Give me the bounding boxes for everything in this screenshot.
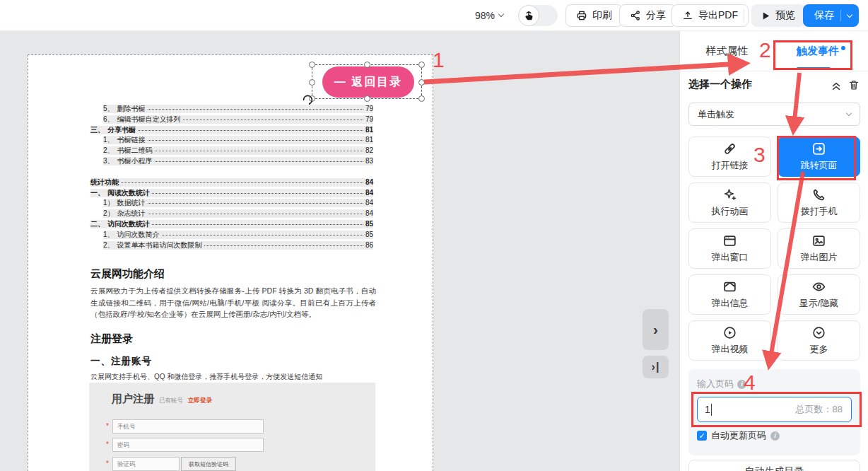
- toc-row: 5、删除书橱79: [103, 105, 373, 113]
- properties-panel: 样式属性 触发事件 选择一个操作 单击触发 打开链接 跳转页面: [679, 31, 868, 471]
- active-tab-underline: [797, 67, 831, 69]
- share-icon: [630, 10, 641, 21]
- action-section-title: 选择一个操作: [688, 78, 752, 91]
- collapse-icon[interactable]: [830, 78, 843, 91]
- link-icon: [722, 141, 737, 156]
- login-now-link: 立即登录: [188, 397, 212, 405]
- trash-icon[interactable]: [848, 78, 860, 91]
- action-call-phone[interactable]: 拨打手机: [778, 182, 860, 223]
- auto-generate-toc-button[interactable]: 自动生成目录: [688, 460, 860, 471]
- toc-row: 1、访问次数简介85: [103, 231, 373, 239]
- popup-message-icon: [722, 279, 737, 294]
- resize-handle[interactable]: [309, 62, 315, 68]
- register-note: 云展网支持手机号、QQ 和微信登录，推荐手机号登录，方便发送短信通知: [90, 372, 322, 382]
- toc-row: 2）杂志统计84: [103, 209, 373, 218]
- get-sms-code-button: 获取短信验证码: [181, 457, 236, 471]
- toc-row: 一、阅读次数统计84: [90, 189, 373, 197]
- document-page: — 返回目录 5、删除书橱79 6、编辑书橱自定义排列79 三、分享书橱81 1…: [28, 54, 433, 471]
- registration-title-row: 用户注册 已有账号 立即登录: [112, 392, 212, 406]
- more-chevron-circle-icon: [811, 325, 826, 340]
- resize-handle[interactable]: [418, 79, 425, 86]
- action-popup-image[interactable]: 弹出图片: [778, 228, 860, 269]
- registration-title: 用户注册: [112, 392, 154, 406]
- intro-paragraph: 云展网致力于为上传者提供文档转换存储服务-上传 PDF 转换为 3D 翻页电子书…: [90, 285, 376, 320]
- info-icon[interactable]: i: [737, 380, 746, 389]
- page-number-input-wrap: 总页数：88: [697, 397, 852, 422]
- save-label: 保存: [814, 9, 834, 22]
- auto-update-checkbox[interactable]: ✓: [697, 431, 707, 441]
- panel-tabs: 样式属性 触发事件: [680, 31, 868, 71]
- auto-update-row: ✓ 自动更新页码 i: [697, 429, 852, 442]
- unsaved-dot: [841, 46, 845, 50]
- action-more[interactable]: 更多: [778, 320, 860, 361]
- page-jump-section: 输入页码 i 总页数：88 ✓ 自动更新页码 i: [688, 369, 860, 455]
- preview-button[interactable]: 预览: [751, 4, 805, 27]
- hand-tool-toggle[interactable]: [518, 5, 558, 26]
- export-pdf-label: 导出PDF: [698, 9, 738, 22]
- toc-row: 1）数据统计84: [103, 199, 373, 207]
- action-open-link[interactable]: 打开链接: [688, 136, 771, 177]
- toc-row: 2、设置单本书籍访问次数限制86: [103, 241, 373, 250]
- info-icon[interactable]: i: [770, 431, 780, 441]
- share-button[interactable]: 分享: [619, 4, 676, 27]
- action-popup-message[interactable]: 弹出信息: [688, 274, 771, 315]
- phone-field: 手机号: [112, 419, 264, 434]
- zoom-control[interactable]: 98%: [475, 4, 503, 27]
- chevron-down-icon[interactable]: [847, 11, 852, 17]
- chevron-down-icon: [846, 110, 852, 116]
- captcha-field: 验证码: [112, 457, 180, 471]
- action-popup-window[interactable]: 弹出窗口: [688, 228, 771, 269]
- toc-row: 3、书橱小程序83: [103, 157, 373, 165]
- export-icon: [682, 10, 693, 21]
- popup-image-icon: [811, 233, 826, 248]
- animation-icon: [722, 187, 737, 202]
- toc-row: 统计功能84: [90, 178, 373, 187]
- export-pdf-button[interactable]: 导出PDF: [671, 4, 749, 27]
- has-account-label: 已有账号: [159, 397, 183, 405]
- table-of-contents: 5、删除书橱79 6、编辑书橱自定义排列79 三、分享书橱81 1、书橱链接81…: [90, 105, 373, 251]
- resize-handle[interactable]: [364, 95, 370, 102]
- tab-style-properties[interactable]: 样式属性: [680, 31, 774, 71]
- toc-row: 2、书橱二维码82: [103, 146, 373, 155]
- editor-canvas: — 返回目录 5、删除书橱79 6、编辑书橱自定义排列79 三、分享书橱81 1…: [0, 31, 679, 471]
- trigger-mode-select[interactable]: 单击触发: [688, 103, 860, 126]
- jump-page-icon: [811, 141, 826, 156]
- trigger-mode-value: 单击触发: [698, 108, 734, 121]
- action-jump-page[interactable]: 跳转页面: [778, 136, 860, 177]
- action-popup-video[interactable]: 弹出视频: [688, 320, 771, 361]
- phone-icon: [811, 187, 826, 202]
- registration-form-image: 用户注册 已有账号 立即登录 * 手机号 * 密码 * 验证码 获取短信验证码: [89, 383, 375, 471]
- last-page-button[interactable]: ›|: [643, 356, 669, 378]
- text-caret: [711, 404, 712, 416]
- back-to-toc-object[interactable]: — 返回目录: [322, 66, 414, 98]
- dash-glyph: —: [334, 76, 347, 88]
- required-mark: *: [106, 460, 110, 467]
- resize-handle[interactable]: [418, 62, 425, 68]
- print-label: 印刷: [592, 9, 612, 22]
- tab-trigger-events[interactable]: 触发事件: [774, 31, 868, 71]
- action-show-hide[interactable]: 显示/隐藏: [778, 274, 860, 315]
- chevron-down-icon: [498, 11, 504, 17]
- resize-handle[interactable]: [309, 79, 315, 86]
- auto-update-label: 自动更新页码: [711, 429, 766, 442]
- password-field: 密码: [112, 438, 264, 452]
- resize-handle[interactable]: [418, 95, 425, 102]
- resize-handle[interactable]: [364, 62, 370, 68]
- preview-label: 预览: [775, 9, 795, 22]
- toc-row: 二、访问次数统计85: [90, 220, 373, 228]
- save-button[interactable]: 保存: [803, 4, 859, 27]
- toc-row: 6、编辑书橱自定义排列79: [103, 115, 373, 124]
- intro-heading: 云展网功能介绍: [90, 267, 165, 281]
- print-button[interactable]: 印刷: [565, 4, 623, 27]
- play-icon: [761, 11, 770, 21]
- page-number-label: 输入页码: [697, 378, 734, 390]
- zoom-value: 98%: [475, 10, 495, 21]
- share-label: 分享: [646, 9, 666, 22]
- toolbar-divider: [744, 9, 744, 22]
- action-run-animation[interactable]: 执行动画: [688, 182, 771, 223]
- page-number-input[interactable]: [705, 399, 782, 419]
- total-pages-label: 总页数：88: [796, 397, 843, 421]
- show-hide-eye-icon: [811, 279, 826, 294]
- hand-tap-icon: [523, 10, 534, 21]
- next-page-button[interactable]: ›: [643, 309, 669, 350]
